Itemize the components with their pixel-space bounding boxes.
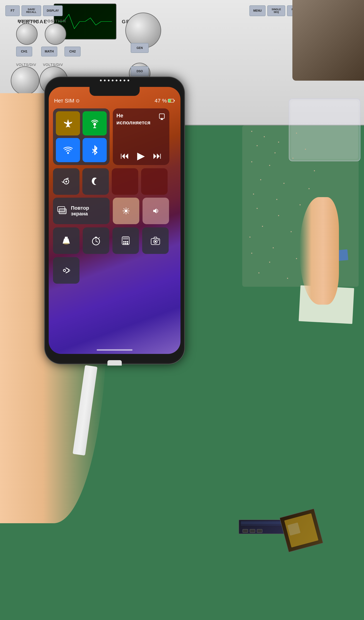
thumb-finger <box>300 197 339 305</box>
svg-line-19 <box>124 209 125 209</box>
svg-point-32 <box>123 241 125 242</box>
media-tile: Не исполняется ⏮ ▶ ⏭ <box>113 108 169 165</box>
flashlight-button[interactable] <box>53 227 79 254</box>
osc-knob-voltsdiv1[interactable] <box>11 66 39 95</box>
media-header: Не исполняется <box>116 112 166 126</box>
svg-point-42 <box>63 269 66 271</box>
sim-status: Нет SIM ⊙ <box>54 98 80 104</box>
svg-point-36 <box>125 243 126 244</box>
osc-btn-gen[interactable]: GEN <box>131 43 149 53</box>
battery-status: 47 % ⚡ <box>155 98 175 104</box>
airplay-icon[interactable] <box>158 113 166 126</box>
svg-line-21 <box>128 209 129 209</box>
screen-mirror-button[interactable]: Повтор экрана <box>53 198 110 224</box>
svg-line-27 <box>96 241 98 242</box>
osc-btn-display[interactable]: DISPLAY <box>43 5 63 16</box>
svg-rect-28 <box>95 237 97 238</box>
svg-line-22 <box>124 213 125 213</box>
osc-voltsdiv2-label: VOLTS/DIV <box>43 63 63 67</box>
wallet-nfc-button[interactable] <box>53 257 79 284</box>
mirror-label: Повтор экрана <box>71 205 105 217</box>
wifi-button[interactable] <box>56 138 80 162</box>
battery-icon: ⚡ <box>168 99 175 103</box>
osc-knob-position2[interactable] <box>45 23 66 45</box>
phone-body: Нет SIM ⊙ 47 % ⚡ <box>45 77 184 364</box>
osc-btn-save-recall[interactable]: SAVE/RECALL <box>21 5 41 16</box>
osc-position2-label: POSITION <box>44 19 66 23</box>
pcb-area <box>239 495 328 548</box>
notch <box>89 87 140 96</box>
osc-btn-menu[interactable]: MENU <box>249 5 265 16</box>
svg-point-14 <box>125 209 128 212</box>
mirror-icon <box>57 205 68 216</box>
svg-point-35 <box>123 243 125 244</box>
hotspot-button[interactable] <box>83 111 107 136</box>
svg-rect-13 <box>59 209 66 214</box>
osc-btn-ch1[interactable]: CH1 <box>16 46 32 56</box>
svg-point-11 <box>65 181 67 182</box>
svg-point-40 <box>155 241 156 242</box>
svg-line-29 <box>99 237 100 238</box>
osc-btn-math[interactable]: MATH <box>41 46 57 56</box>
media-prev-button[interactable]: ⏮ <box>120 151 129 161</box>
osc-knob-position1[interactable] <box>16 23 38 45</box>
network-group <box>53 108 110 165</box>
svg-rect-3 <box>174 100 175 101</box>
svg-line-20 <box>128 213 129 213</box>
media-play-button[interactable]: ▶ <box>137 150 145 161</box>
brightness-slider[interactable] <box>113 198 139 224</box>
camera-button[interactable] <box>142 227 169 254</box>
svg-point-24 <box>63 242 69 245</box>
status-bar: Нет SIM ⊙ 47 % ⚡ <box>54 98 175 104</box>
wallet-row <box>53 257 176 284</box>
sim-text: Нет SIM <box>54 98 74 104</box>
cc-tile-unused1 <box>112 168 138 195</box>
osc-voltsdiv1-label: VOLTS/DIV <box>16 63 36 67</box>
media-controls: ⏮ ▶ ⏭ <box>116 150 166 161</box>
osc-btn-dso[interactable]: DSO <box>131 66 149 76</box>
quick-tiles-row <box>53 168 176 195</box>
lightning-connector <box>107 360 122 366</box>
home-indicator <box>97 349 132 351</box>
svg-rect-37 <box>127 243 128 244</box>
osc-btn-single-seq[interactable]: SINGLESEQ <box>267 5 285 16</box>
cc-tile-unused2 <box>141 168 168 195</box>
svg-rect-31 <box>123 237 129 240</box>
svg-rect-23 <box>65 237 68 238</box>
mirror-sliders-row: Повтор экрана <box>53 198 176 224</box>
osc-btn-ch2[interactable]: CH2 <box>64 46 81 56</box>
media-next-button[interactable]: ⏭ <box>153 151 162 161</box>
osc-btn-f7[interactable]: F7 <box>5 5 20 16</box>
tools-row <box>53 227 176 254</box>
control-center: Не исполняется ⏮ ▶ ⏭ <box>53 108 176 340</box>
pcb-gold-chip <box>279 509 323 552</box>
svg-point-34 <box>127 241 128 242</box>
airplane-mode-button[interactable] <box>56 111 80 136</box>
phone-screen: Нет SIM ⊙ 47 % ⚡ <box>49 87 180 354</box>
timer-button[interactable] <box>83 227 109 254</box>
battery-percent: 47 % <box>155 98 167 104</box>
svg-point-9 <box>67 152 69 154</box>
bluetooth-button[interactable] <box>83 138 107 162</box>
svg-point-41 <box>158 239 159 240</box>
glare-dots <box>100 79 129 81</box>
volume-slider[interactable] <box>143 198 169 224</box>
portrait-lock-button[interactable] <box>53 168 79 195</box>
media-title: Не исполняется <box>116 112 158 126</box>
calculator-button[interactable] <box>112 227 139 254</box>
svg-text:⚡: ⚡ <box>169 99 172 103</box>
osc-position1-label: POSITION <box>17 19 39 23</box>
equipment-right <box>292 0 364 81</box>
svg-point-33 <box>125 241 126 242</box>
sim-icon: ⊙ <box>76 98 80 104</box>
do-not-disturb-button[interactable] <box>82 168 109 195</box>
svg-point-6 <box>93 123 96 126</box>
